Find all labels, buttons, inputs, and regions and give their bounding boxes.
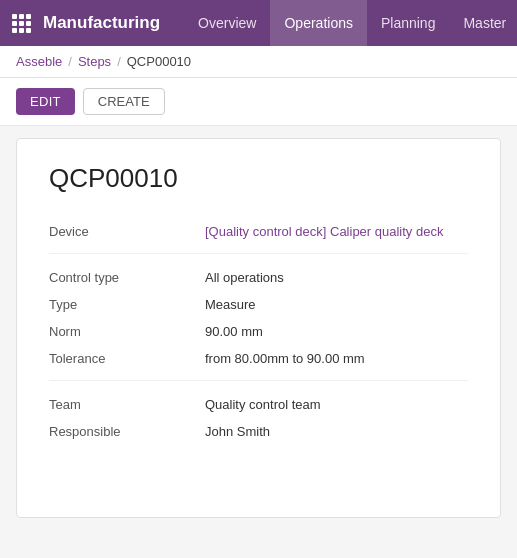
nav-links: Overview Operations Planning Master (184, 0, 517, 46)
breadcrumb: Asseble / Steps / QCP00010 (0, 46, 517, 78)
action-bar: EDIT CREATE (0, 78, 517, 126)
nav-link-master[interactable]: Master (449, 0, 517, 46)
tolerance-label: Tolerance (49, 349, 189, 366)
create-button[interactable]: CREATE (83, 88, 165, 115)
team-value: Quality control team (205, 395, 468, 412)
top-navigation: Manufacturing Overview Operations Planni… (0, 0, 517, 46)
breadcrumb-parent[interactable]: Asseble (16, 54, 62, 69)
edit-button[interactable]: EDIT (16, 88, 75, 115)
record-card: QCP00010 Device [Quality control deck] C… (16, 138, 501, 518)
norm-value: 90.00 mm (205, 322, 468, 339)
team-label: Team (49, 395, 189, 412)
device-label: Device (49, 222, 189, 239)
device-value[interactable]: [Quality control deck] Caliper quality d… (205, 222, 468, 239)
field-group-team: Team Quality control team Responsible Jo… (49, 395, 468, 439)
norm-label: Norm (49, 322, 189, 339)
nav-link-planning[interactable]: Planning (367, 0, 450, 46)
divider-2 (49, 380, 468, 381)
app-brand: Manufacturing (43, 13, 160, 33)
breadcrumb-sep-1: / (68, 54, 72, 69)
responsible-label: Responsible (49, 422, 189, 439)
divider-1 (49, 253, 468, 254)
control-type-label: Control type (49, 268, 189, 285)
main-content: QCP00010 Device [Quality control deck] C… (0, 126, 517, 530)
record-title: QCP00010 (49, 163, 468, 194)
type-value: Measure (205, 295, 468, 312)
type-label: Type (49, 295, 189, 312)
breadcrumb-current: QCP00010 (127, 54, 191, 69)
nav-link-overview[interactable]: Overview (184, 0, 270, 46)
apps-icon[interactable] (12, 14, 31, 33)
tolerance-value: from 80.00mm to 90.00 mm (205, 349, 468, 366)
control-type-value: All operations (205, 268, 468, 285)
field-group-device: Device [Quality control deck] Caliper qu… (49, 222, 468, 239)
nav-link-operations[interactable]: Operations (270, 0, 366, 46)
field-group-details: Control type All operations Type Measure… (49, 268, 468, 366)
responsible-value: John Smith (205, 422, 468, 439)
breadcrumb-middle[interactable]: Steps (78, 54, 111, 69)
breadcrumb-sep-2: / (117, 54, 121, 69)
